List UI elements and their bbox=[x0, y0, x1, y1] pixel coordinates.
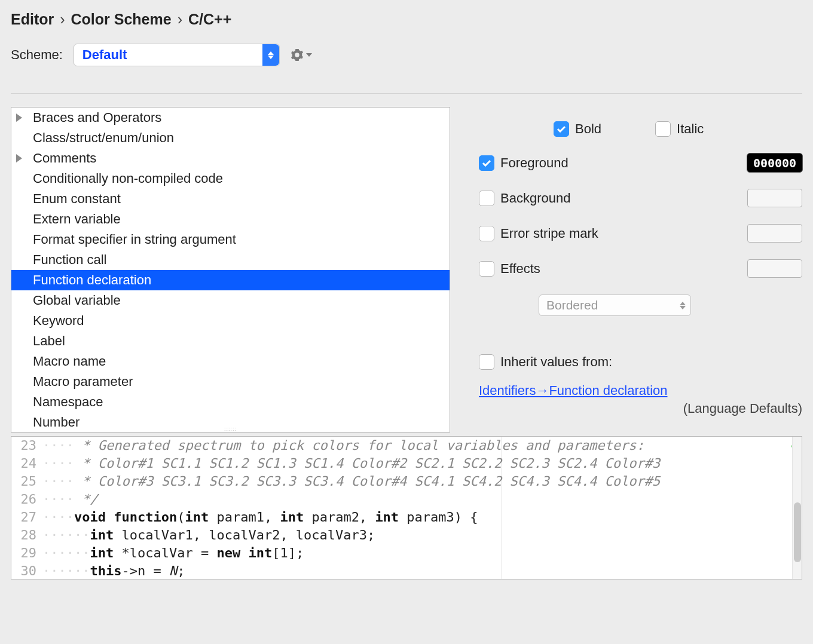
breadcrumb-part[interactable]: C/C++ bbox=[188, 11, 231, 28]
editor-line: 27····void function(int param1, int para… bbox=[11, 508, 791, 526]
editor-line: 28······int localVar1, localVar2, localV… bbox=[11, 526, 791, 544]
tree-item[interactable]: Label bbox=[11, 331, 450, 351]
tree-item[interactable]: Macro name bbox=[11, 351, 450, 372]
editor-line: 25···· * Color#3 SC3.1 SC3.2 SC3.3 SC3.4… bbox=[11, 473, 791, 490]
tree-item[interactable]: Extern variable bbox=[11, 209, 450, 229]
effects-label: Effects bbox=[500, 261, 540, 277]
line-number: 30 bbox=[11, 562, 42, 579]
scrollbar-thumb[interactable] bbox=[794, 502, 801, 562]
background-label: Background bbox=[500, 191, 570, 206]
code-content: ······int localVar1, localVar2, localVar… bbox=[42, 526, 375, 544]
editor-line: 23···· * Generated spectrum to pick colo… bbox=[11, 437, 791, 455]
scheme-label: Scheme: bbox=[11, 47, 63, 63]
scheme-select[interactable]: Default bbox=[74, 44, 280, 66]
editor-line: 29······int *localVar = new int[1]; bbox=[11, 544, 791, 562]
errorstripe-checkbox[interactable] bbox=[479, 226, 494, 241]
errorstripe-color-swatch[interactable] bbox=[747, 224, 802, 243]
effects-color-swatch[interactable] bbox=[747, 259, 802, 278]
line-number: 23 bbox=[11, 437, 42, 455]
tree-item[interactable]: Conditionally non-compiled code bbox=[11, 168, 450, 189]
tree-item[interactable]: Format specifier in string argument bbox=[11, 229, 450, 250]
svg-marker-3 bbox=[680, 302, 686, 305]
breadcrumb-sep: › bbox=[178, 11, 182, 28]
code-content: ···· */ bbox=[42, 490, 98, 508]
tree-item[interactable]: Namespace bbox=[11, 392, 450, 412]
effects-type-value: Bordered bbox=[546, 298, 598, 312]
line-number: 25 bbox=[11, 473, 42, 490]
category-tree[interactable]: Braces and OperatorsClass/struct/enum/un… bbox=[11, 107, 450, 433]
italic-checkbox[interactable] bbox=[655, 121, 671, 137]
gear-icon bbox=[291, 48, 304, 62]
line-number: 27 bbox=[11, 508, 42, 526]
editor-scrollbar[interactable] bbox=[792, 437, 802, 579]
chevron-updown-icon bbox=[680, 295, 686, 315]
svg-marker-0 bbox=[268, 51, 274, 55]
tree-item[interactable]: Function declaration bbox=[11, 270, 450, 290]
bold-label: Bold bbox=[575, 121, 601, 137]
line-number: 26 bbox=[11, 490, 42, 508]
line-number: 28 bbox=[11, 526, 42, 544]
svg-marker-2 bbox=[306, 53, 312, 57]
tree-item[interactable]: Function call bbox=[11, 250, 450, 270]
properties-panel: Bold Italic Foreground 000000 Background… bbox=[479, 107, 802, 433]
breadcrumb: Editor › Color Scheme › C/C++ bbox=[11, 11, 802, 28]
foreground-label: Foreground bbox=[500, 155, 569, 171]
effects-type-select[interactable]: Bordered bbox=[539, 295, 691, 316]
svg-marker-1 bbox=[268, 56, 274, 59]
line-number: 29 bbox=[11, 544, 42, 562]
editor-line: 30······this->n = N; bbox=[11, 562, 791, 579]
chevron-down-icon bbox=[306, 53, 312, 57]
breadcrumb-part[interactable]: Editor bbox=[11, 11, 54, 28]
inherit-label: Inherit values from: bbox=[500, 354, 612, 370]
scheme-settings-button[interactable] bbox=[291, 48, 312, 62]
foreground-checkbox[interactable] bbox=[479, 155, 494, 171]
line-number: 24 bbox=[11, 455, 42, 473]
resize-grip-icon[interactable]: :::::: bbox=[224, 426, 237, 432]
background-checkbox[interactable] bbox=[479, 191, 494, 206]
tree-item[interactable]: Class/struct/enum/union bbox=[11, 128, 450, 148]
tree-item[interactable]: Comments bbox=[11, 148, 450, 168]
background-color-swatch[interactable] bbox=[747, 189, 802, 207]
editor-line: 24···· * Color#1 SC1.1 SC1.2 SC1.3 SC1.4… bbox=[11, 455, 791, 473]
code-content: ···· * Color#3 SC3.1 SC3.2 SC3.3 SC3.4 C… bbox=[42, 473, 660, 490]
chevron-updown-icon bbox=[262, 44, 279, 66]
svg-marker-4 bbox=[680, 306, 686, 309]
breadcrumb-part[interactable]: Color Scheme bbox=[71, 11, 172, 28]
italic-label: Italic bbox=[677, 121, 704, 137]
inherit-checkbox[interactable] bbox=[479, 354, 494, 370]
code-content: ····void function(int param1, int param2… bbox=[42, 508, 478, 526]
divider bbox=[11, 93, 802, 94]
foreground-color-swatch[interactable]: 000000 bbox=[747, 154, 802, 172]
tree-item[interactable]: Global variable bbox=[11, 290, 450, 311]
code-content: ···· * Generated spectrum to pick colors… bbox=[42, 437, 644, 455]
tree-item[interactable]: Macro parameter bbox=[11, 372, 450, 392]
inherit-link[interactable]: Identifiers→Function declaration bbox=[479, 383, 802, 398]
code-content: ···· * Color#1 SC1.1 SC1.2 SC1.3 SC1.4 C… bbox=[42, 455, 660, 473]
tree-item[interactable]: Enum constant bbox=[11, 189, 450, 209]
scheme-selected: Default bbox=[82, 47, 127, 63]
code-content: ······int *localVar = new int[1]; bbox=[42, 544, 304, 562]
breadcrumb-sep: › bbox=[60, 11, 65, 28]
bold-checkbox[interactable] bbox=[554, 121, 569, 137]
editor-line: 26···· */ bbox=[11, 490, 791, 508]
inherit-sublabel: (Language Defaults) bbox=[479, 401, 802, 416]
tree-item[interactable]: Keyword bbox=[11, 311, 450, 331]
preview-editor[interactable]: ✔︎ 23···· * Generated spectrum to pick c… bbox=[11, 436, 802, 579]
tree-item[interactable]: Braces and Operators bbox=[11, 108, 450, 128]
effects-checkbox[interactable] bbox=[479, 261, 494, 277]
code-content: ······this->n = N; bbox=[42, 562, 185, 579]
errorstripe-label: Error stripe mark bbox=[500, 226, 598, 241]
